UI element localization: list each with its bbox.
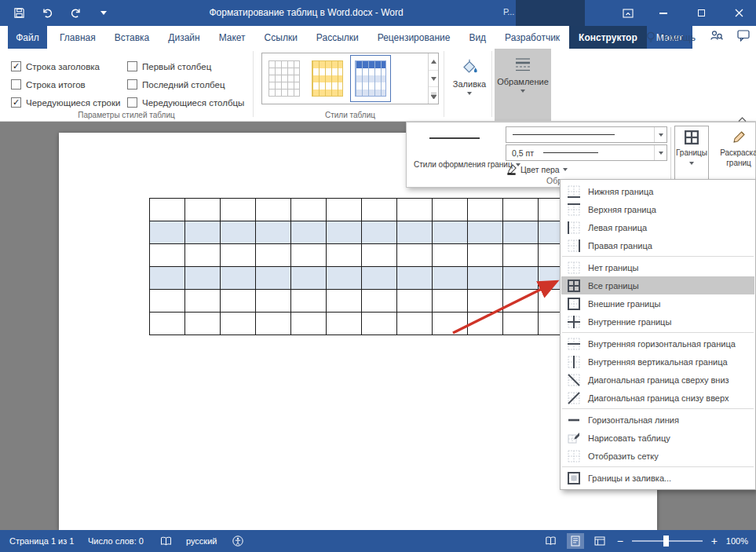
table-cell[interactable]	[256, 221, 291, 244]
shading-button[interactable]: Заливка	[447, 51, 491, 117]
table-cell[interactable]	[362, 199, 397, 221]
table-cell[interactable]	[327, 244, 362, 267]
chevron-down-icon[interactable]	[654, 145, 667, 160]
zoom-slider-thumb[interactable]	[663, 536, 669, 547]
borders-dropdown-button[interactable]: Границы	[674, 126, 709, 184]
table-cell[interactable]	[327, 221, 362, 244]
table-cell[interactable]	[433, 290, 468, 313]
table-cell[interactable]	[397, 244, 433, 267]
comments-icon[interactable]	[737, 30, 750, 45]
menu-item[interactable]: Нет границы	[561, 258, 754, 276]
table-cell[interactable]	[291, 244, 327, 267]
ribbon-display-options-icon[interactable]	[616, 0, 640, 26]
table-cell[interactable]	[397, 221, 433, 244]
table-style-option[interactable]: Чередующиеся столбцы	[127, 93, 261, 111]
menu-item[interactable]: Нижняя граница	[561, 182, 754, 200]
ribbon-tab[interactable]: Конструктор	[569, 26, 647, 49]
table-cell[interactable]	[221, 290, 256, 313]
table-style-option[interactable]: Последний столбец	[127, 75, 261, 93]
maximize-button[interactable]	[689, 0, 713, 26]
table-cell[interactable]	[221, 199, 256, 221]
zoom-level[interactable]: 100%	[726, 536, 748, 546]
checkbox-icon[interactable]	[127, 97, 137, 108]
table-style-thumbnail-plain[interactable]	[264, 55, 305, 102]
table-cell[interactable]	[256, 290, 291, 313]
table-cell[interactable]	[362, 221, 397, 244]
table-cell[interactable]	[433, 267, 468, 290]
undo-icon[interactable]	[39, 4, 55, 23]
table-cell[interactable]	[185, 267, 221, 290]
table-cell[interactable]	[150, 267, 185, 290]
page-indicator[interactable]: Страница 1 из 1	[9, 530, 74, 552]
table-style-option[interactable]: ✓Чередующиеся строки	[11, 93, 127, 111]
ribbon-tab[interactable]: Главная	[50, 26, 105, 49]
table-cell[interactable]	[221, 313, 256, 335]
print-layout-icon[interactable]	[567, 533, 584, 549]
table-style-thumbnail-yellow[interactable]	[307, 55, 348, 102]
zoom-in-button[interactable]: +	[710, 535, 719, 547]
table-cell[interactable]	[503, 267, 539, 290]
table-cell[interactable]	[291, 199, 327, 221]
gallery-more-icon[interactable]	[429, 87, 438, 104]
ribbon-tab[interactable]: Макет	[210, 26, 255, 49]
table-cell[interactable]	[150, 290, 185, 313]
proofing-icon[interactable]	[160, 530, 172, 552]
checkbox-icon[interactable]	[127, 61, 137, 71]
menu-item[interactable]: Внутренняя горизонтальная граница	[561, 334, 754, 353]
table-cell[interactable]	[256, 199, 291, 221]
table-cell[interactable]	[468, 267, 503, 290]
table-cell[interactable]	[221, 221, 256, 244]
close-button[interactable]	[727, 0, 751, 26]
minimize-button[interactable]	[652, 0, 675, 26]
borders-ribbon-button[interactable]: Обрамление	[495, 49, 551, 121]
menu-item[interactable]: Границы и заливка...	[561, 469, 754, 487]
table-cell[interactable]	[433, 313, 468, 335]
table-cell[interactable]	[362, 244, 397, 267]
border-painter-button[interactable]: Раскраска границ	[714, 126, 756, 184]
table-cell[interactable]	[468, 290, 503, 313]
language-indicator[interactable]: русский	[186, 530, 217, 552]
gallery-scroll-down-icon[interactable]	[429, 71, 438, 88]
read-mode-icon[interactable]	[542, 533, 560, 549]
border-styles-button[interactable]: Стили оформления границ	[411, 126, 502, 182]
table-cell[interactable]	[397, 290, 433, 313]
table-cell[interactable]	[397, 313, 433, 335]
table-cell[interactable]	[221, 267, 256, 290]
menu-item[interactable]: Верхняя граница	[561, 200, 754, 218]
table-cell[interactable]	[468, 221, 503, 244]
table-cell[interactable]	[468, 313, 503, 335]
ribbon-tab[interactable]: Разработчик	[495, 26, 569, 49]
tab-help[interactable]: Помощь	[646, 31, 696, 43]
checkbox-icon[interactable]	[127, 79, 137, 90]
menu-item[interactable]: Внутренние границы	[561, 313, 754, 331]
table-cell[interactable]	[503, 221, 539, 244]
tab-file[interactable]: Файл	[8, 26, 47, 49]
table-cell[interactable]	[150, 313, 185, 335]
checkbox-icon[interactable]	[11, 79, 21, 90]
menu-item[interactable]: Внешние границы	[561, 294, 754, 313]
table-cell[interactable]	[256, 313, 291, 335]
table-cell[interactable]	[362, 313, 397, 335]
table-cell[interactable]	[185, 199, 221, 221]
ribbon-tab[interactable]: Вид	[459, 26, 495, 49]
menu-item[interactable]: Горизонтальная линия	[561, 411, 754, 429]
table-cell[interactable]	[185, 221, 221, 244]
menu-item[interactable]: Отобразить сетку	[561, 447, 754, 465]
table-cell[interactable]	[291, 313, 327, 335]
table-cell[interactable]	[397, 267, 433, 290]
menu-item[interactable]: Все границы	[561, 276, 754, 294]
menu-item[interactable]: Правая граница	[561, 236, 754, 254]
table-cell[interactable]	[185, 313, 221, 335]
table-style-option[interactable]: ✓Строка заголовка	[11, 57, 127, 75]
table-cell[interactable]	[433, 199, 468, 221]
table-cell[interactable]	[327, 290, 362, 313]
line-style-combo[interactable]	[506, 126, 667, 143]
table-cell[interactable]	[397, 199, 433, 221]
menu-item[interactable]: Диагональная граница сверху вниз	[561, 371, 754, 389]
table-cell[interactable]	[503, 244, 539, 267]
ribbon-tab[interactable]: Дизайн	[159, 26, 209, 49]
table-cell[interactable]	[291, 267, 327, 290]
pen-color-button[interactable]: Цвет пера	[506, 162, 575, 177]
zoom-out-button[interactable]: −	[615, 535, 625, 547]
table-cell[interactable]	[291, 221, 327, 244]
